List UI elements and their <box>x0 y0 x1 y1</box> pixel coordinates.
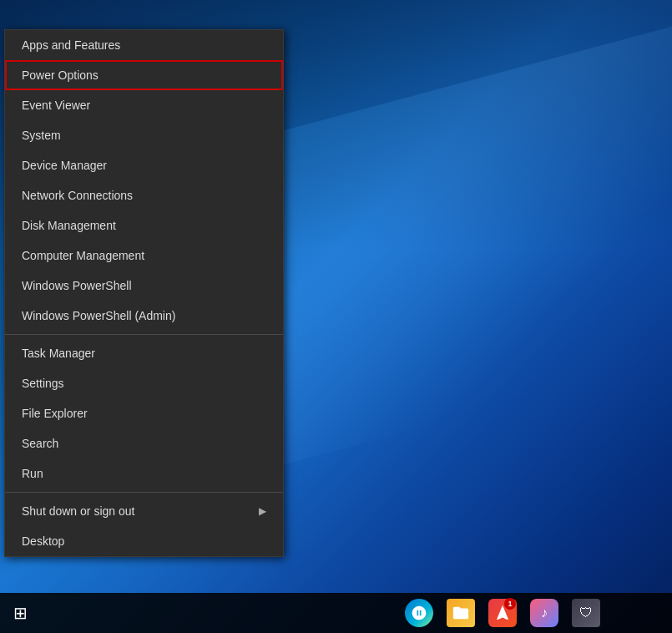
menu-item-label: Search <box>22 437 58 450</box>
separator-1 <box>5 334 283 335</box>
menu-item-run[interactable]: Run <box>5 458 283 489</box>
menu-item-computer-management[interactable]: Computer Management <box>5 241 283 271</box>
itunes-icon: ♪ <box>530 599 558 627</box>
menu-item-system[interactable]: System <box>5 120 283 150</box>
menu-item-label: Apps and Features <box>22 38 120 52</box>
menu-item-label: System <box>22 129 61 142</box>
context-menu: Apps and Features Power Options Event Vi… <box>4 29 284 557</box>
menu-item-search[interactable]: Search <box>5 428 283 458</box>
start-button[interactable]: ⊞ <box>0 593 40 633</box>
menu-item-windows-powershell-admin[interactable]: Windows PowerShell (Admin) <box>5 301 283 331</box>
shield-app-icon: 🛡 <box>572 599 600 627</box>
menu-item-power-options[interactable]: Power Options <box>5 60 283 90</box>
menu-item-shut-down-sign-out[interactable]: Shut down or sign out ▶ <box>5 496 283 526</box>
taskbar-app-edge[interactable] <box>399 593 439 633</box>
menu-item-label: Settings <box>22 377 64 390</box>
app-badge: 1 <box>504 598 516 610</box>
menu-item-task-manager[interactable]: Task Manager <box>5 338 283 368</box>
menu-item-label: Run <box>22 467 43 480</box>
taskbar-app-files[interactable] <box>441 593 481 633</box>
menu-item-apps-features[interactable]: Apps and Features <box>5 30 283 60</box>
files-icon <box>447 599 475 627</box>
menu-item-windows-powershell[interactable]: Windows PowerShell <box>5 271 283 301</box>
menu-item-label: Computer Management <box>22 249 144 262</box>
start-icon: ⊞ <box>13 603 28 623</box>
menu-item-label: Shut down or sign out <box>22 504 134 518</box>
menu-item-desktop[interactable]: Desktop <box>5 526 283 556</box>
menu-item-settings[interactable]: Settings <box>5 368 283 398</box>
menu-item-label: Device Manager <box>22 159 107 172</box>
menu-item-label: Power Options <box>22 68 99 82</box>
menu-item-label: Event Viewer <box>22 99 90 112</box>
menu-item-disk-management[interactable]: Disk Management <box>5 210 283 241</box>
menu-item-label: Task Manager <box>22 347 95 360</box>
taskbar: ⊞ 1 <box>0 593 672 633</box>
taskbar-app-shield[interactable]: 🛡 <box>566 593 606 633</box>
taskbar-apps: 1 ♪ 🛡 <box>399 593 613 633</box>
menu-item-event-viewer[interactable]: Event Viewer <box>5 90 283 120</box>
menu-item-label: Windows PowerShell <box>22 279 132 292</box>
submenu-arrow-icon: ▶ <box>259 505 266 517</box>
taskbar-app-itunes[interactable]: ♪ <box>524 593 564 633</box>
menu-item-label: Disk Management <box>22 219 116 232</box>
menu-item-label: Network Connections <box>22 189 133 202</box>
menu-item-label: Desktop <box>22 534 64 548</box>
separator-2 <box>5 492 283 493</box>
taskbar-app-folder[interactable]: 1 <box>483 593 523 633</box>
edge-icon <box>405 599 433 627</box>
menu-item-label: File Explorer <box>22 407 88 420</box>
menu-item-device-manager[interactable]: Device Manager <box>5 150 283 180</box>
menu-item-network-connections[interactable]: Network Connections <box>5 180 283 210</box>
menu-item-file-explorer[interactable]: File Explorer <box>5 398 283 428</box>
menu-item-label: Windows PowerShell (Admin) <box>22 309 175 322</box>
